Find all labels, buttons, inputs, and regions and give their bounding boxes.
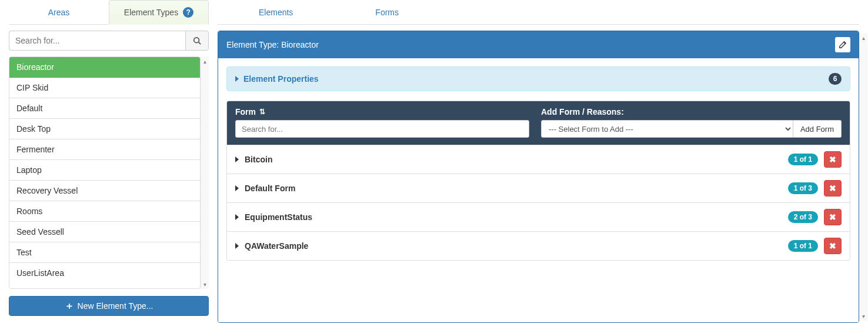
panel-body: Element Properties 6 Form ⇅ — [218, 58, 859, 322]
close-icon: ✖ — [829, 212, 836, 222]
list-item[interactable]: Laptop — [9, 160, 200, 181]
delete-form-button[interactable]: ✖ — [824, 238, 842, 254]
svg-point-0 — [194, 38, 199, 43]
new-element-type-label: New Element Type... — [78, 301, 153, 311]
tab-elements-label: Elements — [259, 8, 293, 17]
new-element-type-button[interactable]: ＋ New Element Type... — [9, 296, 209, 316]
scroll-up-icon[interactable]: ▴ — [202, 56, 208, 66]
properties-count-badge: 6 — [829, 73, 842, 85]
tab-element-types[interactable]: Element Types ? — [109, 0, 209, 25]
sidebar-search — [9, 31, 209, 51]
tab-forms-label: Forms — [375, 8, 399, 17]
chevron-right-icon — [235, 76, 239, 82]
list-item[interactable]: Test — [9, 242, 200, 263]
chevron-right-icon — [235, 185, 239, 191]
list-scrollbar[interactable]: ▴ ▾ — [201, 56, 209, 289]
close-icon: ✖ — [829, 184, 836, 193]
close-icon: ✖ — [829, 155, 836, 164]
panel-header: Element Type: Bioreactor — [218, 31, 859, 58]
form-select[interactable]: --- Select Form to Add --- — [541, 120, 793, 138]
close-icon: ✖ — [829, 241, 836, 251]
list-item[interactable]: Fermenter — [9, 139, 200, 160]
list-item[interactable]: Desk Top — [9, 119, 200, 139]
plus-icon: ＋ — [65, 300, 74, 312]
form-row: EquipmentStatus2 of 3✖ — [227, 202, 850, 231]
element-properties-bar[interactable]: Element Properties 6 — [226, 66, 850, 91]
right-tabs: Elements Forms — [218, 0, 859, 25]
sort-icon[interactable]: ⇅ — [259, 108, 265, 116]
element-type-panel: Element Type: Bioreactor Element Propert… — [218, 31, 859, 323]
svg-line-1 — [199, 42, 201, 45]
delete-form-button[interactable]: ✖ — [824, 209, 842, 225]
form-row-toggle[interactable]: QAWaterSample — [235, 241, 308, 251]
chevron-right-icon — [235, 214, 239, 220]
form-row: Bitcoin1 of 1✖ — [227, 145, 850, 174]
chevron-right-icon — [235, 243, 239, 249]
help-icon[interactable]: ? — [183, 7, 193, 18]
panel-title: Element Type: Bioreactor — [226, 40, 319, 49]
form-count-badge: 2 of 3 — [788, 211, 818, 223]
form-count-badge: 1 of 3 — [788, 182, 818, 194]
form-row: Default Form1 of 3✖ — [227, 174, 850, 202]
tab-element-types-label: Element Types — [124, 8, 178, 17]
form-row-toggle[interactable]: Default Form — [235, 184, 295, 193]
add-form-button[interactable]: Add Form — [793, 120, 842, 138]
list-item[interactable]: CIP Skid — [9, 78, 200, 98]
sidebar-search-button[interactable] — [185, 31, 209, 51]
form-name: QAWaterSample — [245, 241, 308, 251]
form-section-header: Form ⇅ Add Form / Reasons: --- S — [227, 101, 850, 145]
list-item[interactable]: Rooms — [9, 201, 200, 222]
element-type-list-wrap: BioreactorCIP SkidDefaultDesk TopFerment… — [9, 56, 209, 289]
form-count-badge: 1 of 1 — [788, 154, 818, 165]
form-row: QAWaterSample1 of 1✖ — [227, 231, 850, 260]
form-row-toggle[interactable]: EquipmentStatus — [235, 212, 312, 222]
delete-form-button[interactable]: ✖ — [824, 151, 842, 168]
list-item[interactable]: Bioreactor — [9, 57, 200, 78]
list-item[interactable]: Default — [9, 98, 200, 119]
search-icon — [193, 36, 201, 45]
tab-elements[interactable]: Elements — [241, 2, 311, 23]
add-form-button-label: Add Form — [800, 125, 834, 134]
list-item[interactable]: UserListArea — [9, 263, 200, 283]
form-search-input[interactable] — [235, 120, 529, 138]
form-section: Form ⇅ Add Form / Reasons: --- S — [226, 101, 850, 261]
add-form-label: Add Form / Reasons: — [541, 107, 624, 116]
form-column-label: Form — [235, 107, 256, 116]
form-count-badge: 1 of 1 — [788, 240, 818, 252]
tab-areas-label: Areas — [48, 8, 70, 17]
tab-forms[interactable]: Forms — [358, 2, 416, 23]
list-item[interactable]: Seed Vessell — [9, 222, 200, 242]
sidebar-search-input[interactable] — [9, 31, 185, 51]
tab-areas[interactable]: Areas — [9, 0, 109, 25]
left-tabs: Areas Element Types ? — [9, 0, 209, 25]
left-sidebar: Areas Element Types ? BioreactorCIP Skid… — [0, 0, 218, 323]
form-name: Bitcoin — [245, 155, 272, 164]
form-name: EquipmentStatus — [245, 212, 312, 222]
pencil-icon — [839, 41, 847, 49]
form-row-toggle[interactable]: Bitcoin — [235, 155, 272, 164]
edit-button[interactable] — [835, 37, 850, 52]
form-name: Default Form — [245, 184, 295, 193]
chevron-right-icon — [235, 156, 239, 162]
list-item[interactable]: Recovery Vessel — [9, 181, 200, 201]
element-properties-label: Element Properties — [243, 74, 319, 84]
scroll-down-icon[interactable]: ▾ — [202, 279, 208, 289]
element-type-list: BioreactorCIP SkidDefaultDesk TopFerment… — [9, 56, 201, 289]
main-content: Elements Forms Element Type: Bioreactor … — [218, 0, 868, 323]
delete-form-button[interactable]: ✖ — [824, 180, 842, 197]
